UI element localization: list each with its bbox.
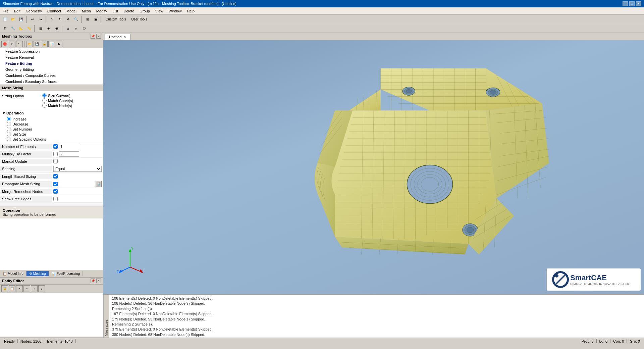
entity-tb-copy[interactable]: 📋 — [9, 285, 15, 292]
toolbox-tb-btn1[interactable]: 🔴 — [1, 41, 8, 47]
tb-select-btn[interactable]: ↖ — [48, 16, 56, 23]
menu-help[interactable]: Help — [184, 8, 198, 14]
prop-merge-nodes-value[interactable] — [52, 189, 103, 194]
prop-manual-update-checkbox[interactable] — [53, 159, 58, 163]
bottom-tab-model-info[interactable]: 📋 Model Info — [0, 271, 26, 276]
operation-header[interactable]: ▼ Operation — [0, 110, 103, 116]
menu-geometry[interactable]: Geometry — [23, 8, 45, 14]
tb2-btn6[interactable]: ◈ — [45, 25, 52, 32]
bottom-tab-postprocessing[interactable]: 📊 PostProcessing — [49, 271, 83, 276]
op-decrease[interactable]: Decrease — [7, 122, 100, 126]
prop-merge-nodes-checkbox[interactable] — [53, 189, 58, 194]
tb-fit-btn[interactable]: ⊞ — [84, 16, 91, 23]
menu-list[interactable]: List — [110, 8, 121, 14]
tb-rotate-btn[interactable]: ↻ — [56, 16, 64, 23]
prop-propagate-btn[interactable]: 🔬 — [96, 181, 102, 187]
entity-tb-list[interactable]: ≡ — [23, 285, 30, 292]
toolbox-close-btn[interactable]: ✕ — [96, 34, 101, 39]
toolbox-tb-btn6[interactable]: 🔒 — [41, 41, 48, 47]
bottom-tab-meshing[interactable]: ⚙ Meshing — [26, 271, 49, 276]
tree-item-geometry-editing[interactable]: Geometry Editing — [0, 66, 103, 72]
sizing-opt-size-curve[interactable]: Size Curve(s) — [42, 93, 73, 98]
entity-editor-pin-btn[interactable]: 📌 — [91, 279, 95, 283]
tb-redo-btn[interactable]: ↪ — [37, 16, 44, 23]
tb-new-btn[interactable]: 📄 — [1, 16, 9, 23]
menu-edit[interactable]: Edit — [11, 8, 23, 14]
prop-length-based-checkbox[interactable] — [53, 174, 58, 179]
prop-multiply-factor-value[interactable] — [52, 151, 103, 157]
prop-num-elements-checkbox[interactable] — [53, 144, 58, 149]
tb-pan-btn[interactable]: ✥ — [64, 16, 72, 23]
toolbox-pin-btn[interactable]: 📌 — [91, 34, 95, 39]
tb2-btn4[interactable]: 📏 — [25, 25, 33, 32]
entity-tb-lock[interactable]: 🔒 — [1, 285, 8, 292]
minimize-button[interactable]: ─ — [623, 1, 628, 6]
tab-untitled[interactable]: Untitled ✕ — [105, 34, 130, 40]
entity-editor-close-btn[interactable]: ✕ — [96, 279, 101, 283]
toolbox-tb-btn8[interactable]: ▶ — [56, 41, 62, 47]
menu-window[interactable]: Window — [166, 8, 184, 14]
sizing-opt-match-curve[interactable]: Match Curve(s) — [42, 98, 73, 103]
tb-open-btn[interactable]: 📂 — [9, 16, 17, 23]
tb2-btn9[interactable]: △ — [72, 25, 80, 32]
sizing-opt-match-node[interactable]: Match Node(s) — [42, 103, 73, 108]
tb-undo-btn[interactable]: ↩ — [29, 16, 36, 23]
menu-view[interactable]: View — [153, 8, 166, 14]
viewport[interactable]: Y X Z — [103, 40, 644, 294]
prop-num-elements: Number of Elements — [0, 143, 103, 150]
prop-spacing-value[interactable]: Equal Biased Tabular — [52, 165, 103, 172]
svg-marker-26 — [486, 103, 549, 198]
op-increase[interactable]: Increase — [7, 117, 100, 121]
prop-multiply-factor-checkbox[interactable] — [53, 152, 58, 156]
prop-manual-update-value[interactable] — [52, 158, 103, 164]
toolbox-tb-btn5[interactable]: 💾 — [34, 41, 40, 47]
toolbox-tb-btn2[interactable]: ↩ — [9, 41, 15, 47]
op-set-size[interactable]: Set Size — [7, 132, 100, 136]
prop-length-based-value[interactable] — [52, 173, 103, 179]
op-set-number[interactable]: Set Number — [7, 127, 100, 131]
tab-untitled-close[interactable]: ✕ — [123, 35, 126, 39]
entity-tb-up[interactable]: ↑ — [31, 285, 38, 292]
close-button[interactable]: ✕ — [636, 1, 641, 6]
toolbox-tb-btn4[interactable]: 📂 — [26, 41, 33, 47]
prop-num-elements-input[interactable] — [59, 144, 79, 149]
restore-button[interactable]: □ — [629, 1, 635, 6]
user-tools-btn[interactable]: User Tools — [129, 16, 149, 23]
prop-show-free-edges-value[interactable] — [52, 196, 103, 202]
tb2-btn10[interactable]: ⬡ — [80, 25, 88, 32]
entity-tb-down[interactable]: ↓ — [38, 285, 45, 292]
menu-model[interactable]: Model — [64, 8, 79, 14]
toolbox-tb-btn7[interactable]: 📊 — [48, 41, 55, 47]
toolbox-tb-btn3[interactable]: ↪ — [16, 41, 23, 47]
prop-show-free-edges-checkbox[interactable] — [53, 197, 58, 201]
tb-wireframe-btn[interactable]: ▣ — [92, 16, 99, 23]
menu-mesh[interactable]: Mesh — [79, 8, 94, 14]
op-set-spacing[interactable]: Set Spacing Options — [7, 137, 100, 141]
prop-multiply-factor-input[interactable] — [59, 151, 79, 157]
tb2-btn1[interactable]: ⚙ — [1, 25, 9, 32]
tb2-btn8[interactable]: ▲ — [64, 25, 72, 32]
entity-tb-plus[interactable]: + — [16, 285, 23, 292]
tb-zoom-btn[interactable]: 🔍 — [72, 16, 80, 23]
tb2-btn7[interactable]: ◉ — [53, 25, 60, 32]
custom-tools-btn[interactable]: Custom Tools — [103, 16, 128, 23]
menu-connect[interactable]: Connect — [45, 8, 64, 14]
tb2-btn5[interactable]: ▦ — [37, 25, 44, 32]
tree-item-feature-removal[interactable]: Feature Removal — [0, 54, 103, 60]
prop-propagate-checkbox[interactable] — [53, 182, 58, 186]
tb2-btn2[interactable]: 🔧 — [9, 25, 17, 32]
tb2-btn3[interactable]: 📐 — [17, 25, 25, 32]
menu-delete[interactable]: Delete — [121, 8, 137, 14]
tree-item-composite-curves[interactable]: Combined / Composite Curves — [0, 72, 103, 79]
sizing-option-section: Sizing Option Size Curve(s) Match Curve(… — [0, 91, 103, 110]
tree-item-feature-editing[interactable]: Feature Editing — [0, 60, 103, 66]
tb-save-btn[interactable]: 💾 — [17, 16, 25, 23]
prop-num-elements-value[interactable] — [52, 143, 103, 150]
menu-modify[interactable]: Modify — [94, 8, 110, 14]
menu-file[interactable]: File — [0, 8, 11, 14]
prop-spacing-dropdown[interactable]: Equal Biased Tabular — [53, 166, 102, 172]
menu-group[interactable]: Group — [137, 8, 153, 14]
tree-item-boundary-surfaces[interactable]: Combined / Boundary Surfaces — [0, 79, 103, 85]
tree-item-feature-suppression[interactable]: Feature Suppression — [0, 48, 103, 54]
prop-propagate-value[interactable]: 🔬 — [52, 180, 103, 188]
